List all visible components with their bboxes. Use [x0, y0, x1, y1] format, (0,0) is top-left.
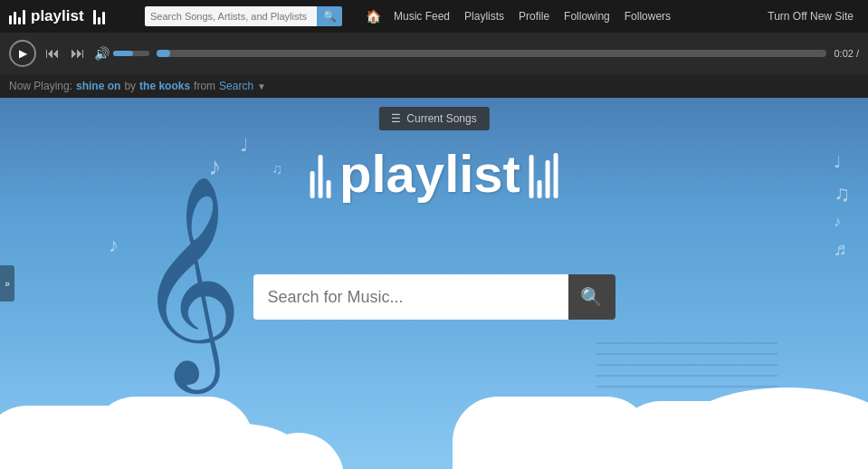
top-search-bar: 🔍	[145, 6, 353, 26]
progress-track[interactable]	[157, 50, 826, 57]
center-logo-text: playlist	[339, 143, 520, 204]
time-display: 0:02 /	[834, 48, 859, 59]
center-logo-bars-left	[310, 148, 330, 198]
logo-text: playlist	[31, 7, 84, 25]
nav-link-music-feed[interactable]: Music Feed	[388, 8, 455, 24]
nav-link-profile[interactable]: Profile	[513, 8, 555, 24]
progress-area	[157, 50, 826, 57]
center-logo-bars-right	[529, 148, 558, 198]
clouds-decoration	[0, 397, 868, 469]
top-search-input[interactable]	[145, 6, 317, 26]
nav-link-playlists[interactable]: Playlists	[459, 8, 510, 24]
volume-fill	[113, 51, 133, 56]
progress-fill	[157, 50, 170, 57]
current-songs-label: Current Songs	[406, 112, 476, 125]
hero-search-area: 🔍	[253, 274, 615, 320]
main-content: ☰ Current Songs » ♪ ♩ ♫ ♪ 𝄞 ♩ ♫ ♪ ♬ play…	[0, 98, 868, 469]
song-name[interactable]: shine on	[76, 80, 120, 92]
dropdown-arrow-icon[interactable]: ▼	[257, 81, 266, 91]
center-logo: playlist	[310, 143, 558, 204]
hero-search-input[interactable]	[253, 274, 568, 320]
play-button[interactable]: ▶	[9, 40, 36, 67]
left-panel-toggle[interactable]: »	[0, 265, 14, 302]
player-bar: ▶ ⏮ ⏭ 🔊 0:02 /	[0, 33, 868, 74]
next-button[interactable]: ⏭	[69, 45, 87, 62]
top-nav-links: 🏠 Music Feed Playlists Profile Following…	[362, 7, 859, 25]
top-navigation: playlist 🔍 🏠 Music Feed Playlists Profil…	[0, 0, 868, 33]
logo-bar-icon	[9, 8, 25, 24]
music-note-3: ♫	[272, 161, 282, 177]
logo-bar-icon-right	[93, 8, 105, 24]
nav-link-followers[interactable]: Followers	[619, 8, 676, 24]
top-search-button[interactable]: 🔍	[317, 6, 342, 26]
previous-button[interactable]: ⏮	[43, 45, 62, 62]
staff-lines-decoration	[596, 342, 777, 397]
logo-area: playlist	[9, 7, 136, 25]
hero-search-button[interactable]: 🔍	[568, 274, 615, 320]
turn-off-link[interactable]: Turn Off New Site	[762, 8, 859, 24]
current-songs-button[interactable]: ☰ Current Songs	[378, 107, 489, 130]
from-label: from	[194, 80, 215, 92]
now-playing-label: Now Playing:	[9, 80, 72, 92]
nav-link-following[interactable]: Following	[558, 8, 615, 24]
treble-clef-decoration: 𝄞	[136, 188, 243, 369]
home-icon[interactable]: 🏠	[362, 7, 385, 25]
music-note-2: ♩	[240, 134, 248, 156]
music-note-4: ♪	[109, 234, 119, 257]
volume-area: 🔊	[94, 46, 149, 61]
volume-bar[interactable]	[113, 51, 149, 56]
list-icon: ☰	[391, 112, 401, 125]
now-playing-bar: Now Playing: shine on by the kooks from …	[0, 74, 868, 98]
right-notes-decoration: ♩ ♫ ♪ ♬	[834, 152, 850, 260]
artist-name[interactable]: the kooks	[139, 80, 190, 92]
volume-icon: 🔊	[94, 46, 110, 61]
by-label: by	[124, 80, 136, 92]
source-name[interactable]: Search	[219, 80, 253, 92]
